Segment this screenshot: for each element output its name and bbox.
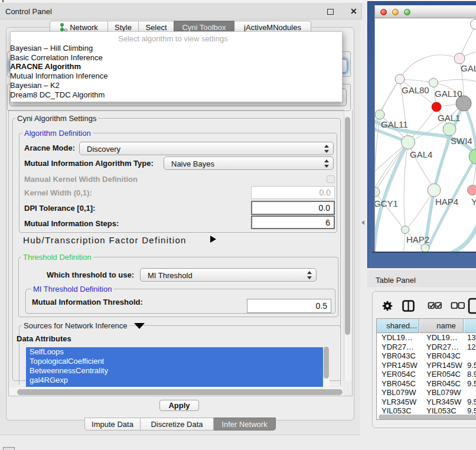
svg-text:Y: Y (471, 197, 476, 207)
svg-text:GAL7: GAL7 (461, 63, 476, 73)
svg-text:SWI4: SWI4 (451, 136, 472, 146)
svg-text:GAL10: GAL10 (435, 89, 462, 99)
svg-text:GAL1: GAL1 (438, 113, 460, 123)
svg-text:GAL11: GAL11 (381, 119, 408, 129)
svg-text:GAL80: GAL80 (402, 85, 429, 95)
svg-text:GCY1: GCY1 (375, 198, 398, 208)
svg-text:GAL4: GAL4 (410, 149, 432, 159)
svg-text:HAP2: HAP2 (406, 234, 429, 244)
svg-text:HAP4: HAP4 (435, 197, 458, 207)
